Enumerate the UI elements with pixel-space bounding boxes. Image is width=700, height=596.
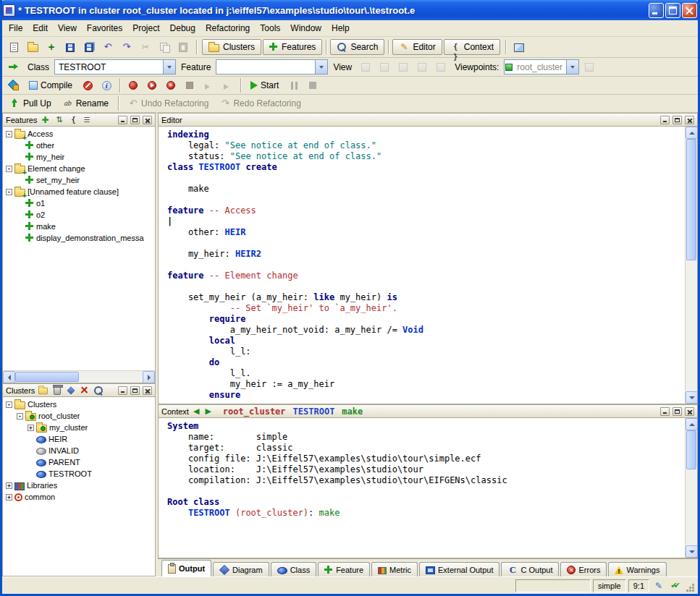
scroll-thumb[interactable] [686,139,696,260]
save-button[interactable] [62,39,79,55]
tab-feature[interactable]: Feature [318,562,370,576]
features-horizontal-scrollbar[interactable] [3,370,155,383]
resize-grip[interactable] [685,582,695,592]
cancel-compile-button[interactable] [79,77,96,93]
view-flat-interface-button[interactable] [432,59,450,75]
tree-item-make[interactable]: make [3,221,155,232]
open-button[interactable] [24,39,41,55]
editor-vertical-scrollbar[interactable] [685,127,697,404]
tree-item-common[interactable]: +common [3,491,155,503]
undo-button[interactable] [99,39,117,55]
menu-debug[interactable]: Debug [165,21,201,35]
feature-list-button[interactable] [81,115,92,125]
history-back-button[interactable]: ◀ [192,406,201,416]
expand-toggle[interactable]: + [28,425,34,431]
tree-item-access[interactable]: -Access [3,128,155,140]
editor-panel-titlebar[interactable]: Editor [158,113,698,127]
view-flat-button[interactable] [395,59,412,75]
disable-breakpoints-button[interactable] [162,77,180,93]
context-vertical-scrollbar[interactable] [685,418,697,558]
tree-item-my-cluster[interactable]: +my_cluster [3,422,155,433]
toggle-search[interactable]: Search [330,39,384,55]
diagram-view-button[interactable] [65,386,76,396]
features-maximize-button[interactable] [130,116,140,124]
remove-breakpoints-button[interactable] [181,77,198,93]
scroll-thumb[interactable] [15,372,79,382]
tree-item-display-demonstration-messa[interactable]: display_demonstration_messa [3,232,155,244]
tab-output[interactable]: Output [161,560,211,576]
viewpoints-tool-button[interactable] [581,59,598,75]
compile-workbench-button[interactable] [5,77,22,93]
toggle-clusters[interactable]: Clusters [202,39,261,55]
menu-favorites[interactable]: Favorites [82,21,127,35]
scroll-track[interactable] [686,139,697,391]
expand-toggle[interactable]: - [6,401,12,408]
viewpoints-combo[interactable]: root_cluster [504,59,579,74]
editor-close-button[interactable] [685,116,694,124]
breadcrumb-make[interactable]: make [342,406,363,417]
paste-button[interactable] [174,39,192,55]
context-close-button[interactable] [685,407,694,416]
scroll-track[interactable] [686,430,697,545]
features-close-button[interactable] [143,116,152,124]
menu-help[interactable]: Help [326,21,355,35]
clusters-close-button[interactable] [143,386,152,395]
menu-window[interactable]: Window [285,21,326,35]
feature-combo-arrow[interactable] [315,60,327,74]
tree-item-root-cluster[interactable]: -root_cluster [3,410,155,422]
new-tab-button[interactable] [43,39,60,55]
tab-warnings[interactable]: Warnings [608,562,666,576]
debug-run-button[interactable] [125,77,142,93]
view-contract-button[interactable] [376,59,393,75]
breadcrumb-root-cluster[interactable]: root_cluster [223,406,286,417]
editor-maximize-button[interactable] [672,116,682,124]
expand-toggle[interactable]: + [6,482,12,489]
maximize-button[interactable] [665,3,680,18]
tab-metric[interactable]: Metric [371,562,418,576]
expand-toggle[interactable]: - [6,166,12,172]
expand-toggle[interactable]: - [6,189,12,195]
clusters-panel-titlebar[interactable]: Clusters [2,383,156,397]
tree-item-set-my-heir[interactable]: set_my_heir [3,174,155,186]
search-cluster-button[interactable] [93,386,104,396]
editor-minimize-button[interactable] [660,116,670,124]
expand-toggle[interactable]: + [6,494,12,501]
stop-button[interactable] [304,77,321,93]
toggle-context[interactable]: Context [444,39,500,55]
menu-tools[interactable]: Tools [255,21,285,35]
redo-refactoring-button[interactable]: Redo Refactoring [215,95,305,111]
scroll-thumb[interactable] [686,430,696,469]
cut-button[interactable] [137,39,154,55]
class-tool-button[interactable] [5,59,22,75]
step-into-button[interactable] [219,77,236,93]
tree-item-invalid[interactable]: INVALID [3,445,155,456]
tree-item-clusters[interactable]: -Clusters [3,399,155,410]
tree-item-other[interactable]: other [3,140,155,151]
undo-refactoring-button[interactable]: Undo Refactoring [123,95,214,111]
rename-button[interactable]: Rename [58,95,114,111]
scroll-track[interactable] [15,371,143,383]
feature-new-button[interactable] [40,115,51,125]
copy-button[interactable] [156,39,173,55]
toggle-features[interactable]: Features [263,39,322,55]
viewpoints-combo-arrow[interactable] [566,60,578,74]
feature-combo[interactable] [216,59,328,74]
scroll-up-button[interactable] [686,127,698,139]
tree-item-o2[interactable]: o2 [3,209,155,221]
system-info-button[interactable] [98,77,115,93]
scroll-up-button[interactable] [686,418,698,430]
tab-external-output[interactable]: External Output [419,562,499,576]
tree-item-testroot[interactable]: TESTROOT [3,468,155,480]
start-button[interactable]: Start [245,77,284,93]
context-minimize-button[interactable] [660,407,670,416]
tree-item-parent[interactable]: PARENT [3,456,155,468]
close-button[interactable] [682,3,697,18]
tab-class[interactable]: Class [271,562,317,576]
pause-button[interactable] [285,77,303,93]
clusters-minimize-button[interactable] [118,386,127,395]
pull-up-button[interactable]: Pull Up [5,95,56,111]
expand-toggle[interactable]: - [17,413,23,420]
remove-item-button[interactable] [79,386,90,396]
breadcrumb-testroot[interactable]: TESTROOT [293,406,335,417]
expand-toggle[interactable]: - [6,131,12,137]
